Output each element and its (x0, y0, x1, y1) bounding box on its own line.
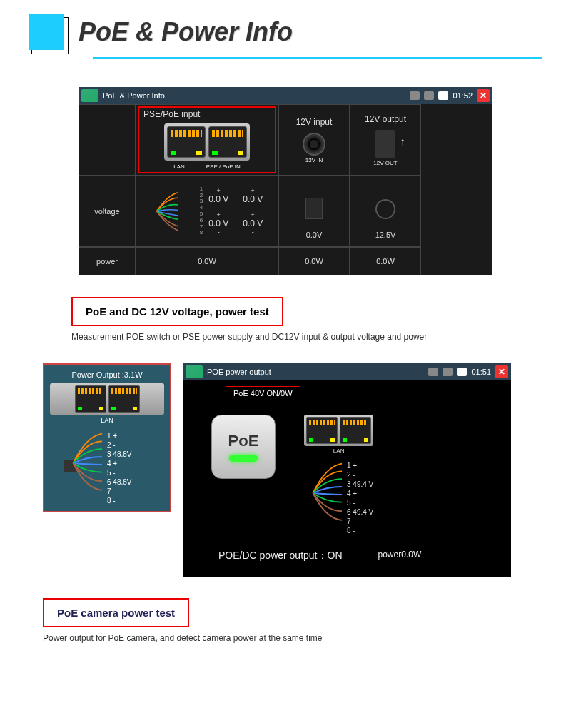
pse-label: PSE / PoE IN (206, 163, 241, 170)
status-icon (424, 91, 434, 100)
power-output-label: Power Output :3.1W (50, 370, 164, 379)
12vin-port-label: 12V IN (305, 157, 323, 163)
accent-block (29, 14, 64, 50)
poe-toggle-button[interactable]: PoE (211, 415, 276, 479)
pse-v3: 0.0 V (208, 218, 228, 228)
caption1-heading: PoE and DC 12V voltage, power test (71, 297, 283, 326)
rj45-port (108, 385, 140, 413)
status-bar: PoE & Power Info 01:52 ✕ (79, 87, 492, 104)
pse-v2: 0.0 V (243, 194, 263, 204)
poe-power-value: power0.0W (378, 550, 422, 562)
vol-icon (81, 89, 98, 102)
pse-power: 0.0W (136, 247, 278, 275)
voltage-row-label: voltage (79, 176, 136, 247)
caption1-desc: Measurement POE switch or PSE power supp… (71, 332, 571, 342)
rj45-ports (304, 415, 373, 446)
poe-right-panel: LAN 1 + 2 - 3 49.4 V 4 + 5 - 6 49.4 V 7 … (304, 415, 373, 535)
ethernet-wires-icon (311, 461, 347, 525)
poe-btn-label: PoE (228, 432, 259, 450)
pin5: 5 - (347, 498, 373, 507)
pin4: 4 + (107, 459, 164, 468)
status-icon (428, 368, 438, 376)
lan-label: LAN (50, 417, 164, 424)
12vin-voltage: 0.0V (278, 176, 350, 247)
lan-label: LAN (304, 448, 373, 454)
battery-icon (457, 368, 467, 376)
12vout-port-label: 12V OUT (373, 160, 397, 166)
adapter-icon (305, 198, 323, 219)
rj45-ports (164, 123, 250, 161)
pin1: 1 + (107, 431, 164, 440)
pin-readout: 1 + 2 - 3 48.8V 4 + 5 - 6 48.8V 7 - 8 - (71, 431, 164, 505)
status-bar: POE power output 01:51 ✕ (183, 363, 511, 380)
dc-jack-icon (303, 133, 325, 156)
pin2: 2 - (107, 440, 164, 450)
pin5: 5 - (107, 468, 164, 477)
12v-input-header: 12V input 12V IN (278, 104, 350, 176)
rj45-ports (50, 383, 164, 415)
rj45-lan (306, 417, 338, 444)
poe-status-badge: PoE 48V ON/0W (226, 386, 300, 400)
lan-label: LAN (173, 163, 185, 170)
poedc-status: POE/DC power output：ON (218, 550, 343, 562)
title-underline (93, 57, 542, 59)
battery-icon (438, 91, 448, 100)
power-output-panel: Power Output :3.1W LAN 1 + 2 - 3 48.8V 4… (43, 363, 171, 512)
status-icon (443, 368, 453, 376)
app-title: PoE & Power Info (103, 91, 165, 100)
ethernet-wires-icon (151, 190, 194, 233)
dc-out-icon (375, 130, 395, 158)
rj45-lan (75, 385, 106, 413)
poe-power-info-screen: PoE & Power Info 01:52 ✕ PSE/PoE input L… (79, 87, 492, 275)
poe-power-output-screen: POE power output 01:51 ✕ PoE 48V ON/0W P… (183, 363, 511, 577)
12v-out-label: 12V output (365, 114, 406, 124)
ethernet-wires-icon (71, 431, 107, 495)
12v-in-label: 12V input (296, 117, 333, 127)
12vout-value: 12.5V (375, 231, 396, 239)
caption2-desc: Power output for PoE camera, and detect … (43, 633, 571, 643)
pin-readout: 1 + 2 - 3 49.4 V 4 + 5 - 6 49.4 V 7 - 8 … (311, 461, 373, 535)
12vout-power: 0.0W (350, 247, 421, 275)
rj45-pse (208, 126, 247, 158)
12v-output-header: 12V output 12V OUT (350, 104, 421, 176)
pin1: 1 + (347, 461, 373, 470)
empty-cell (79, 104, 136, 176)
pin4: 4 + (347, 489, 373, 498)
pin7: 7 - (107, 487, 164, 496)
power-row-label: power (79, 247, 136, 275)
pin2: 2 - (347, 470, 373, 480)
page-title: PoE & Power Info (79, 17, 293, 47)
12vin-power: 0.0W (278, 247, 350, 275)
pin3: 3 48.8V (107, 450, 164, 459)
pse-voltage-cell: 12345678 +0.0 V-+0.0 V- +0.0 V-+0.0 V- (136, 176, 278, 247)
status-icon (410, 91, 420, 100)
pse-header: PSE/PoE input (143, 109, 200, 119)
rj45-port (340, 417, 371, 444)
vol-icon (186, 365, 203, 378)
close-button[interactable]: ✕ (495, 365, 508, 378)
header-section: PoE & Power Info (0, 0, 571, 66)
clock: 01:52 (453, 91, 473, 100)
12vout-voltage: 12.5V (350, 176, 421, 247)
pin8: 8 - (347, 526, 373, 535)
12vin-value: 0.0V (306, 231, 323, 239)
clock: 01:51 (471, 368, 491, 376)
cable-icon (375, 199, 395, 219)
pse-header-cell: PSE/PoE input LAN PSE / PoE IN (136, 104, 278, 176)
rj45-lan (167, 126, 206, 158)
pse-v1: 0.0 V (208, 194, 228, 204)
pin3: 3 49.4 V (347, 480, 373, 489)
pse-v4: 0.0 V (243, 218, 263, 228)
led-indicator-icon (229, 455, 258, 462)
pin7: 7 - (347, 517, 373, 526)
pin6: 6 49.4 V (347, 507, 373, 517)
close-button[interactable]: ✕ (477, 89, 490, 102)
app-title: POE power output (207, 368, 271, 376)
pin6: 6 48.8V (107, 477, 164, 487)
caption2-heading: PoE camera power test (43, 598, 189, 627)
pin8: 8 - (107, 496, 164, 505)
